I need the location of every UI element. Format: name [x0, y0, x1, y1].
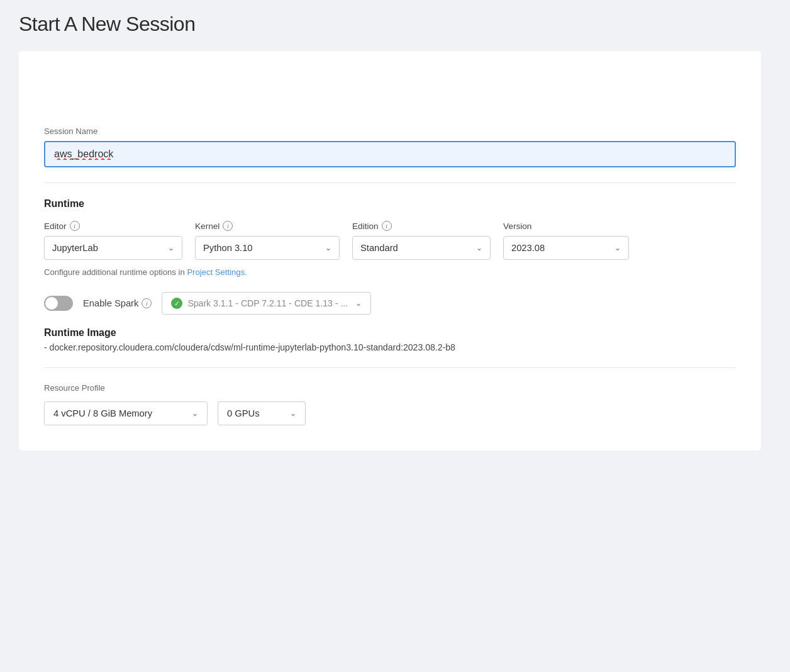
edition-select[interactable]: Standard ⌄	[352, 236, 491, 260]
kernel-column: Kernel i Python 3.10 ⌄	[195, 221, 340, 260]
edition-label-row: Edition i	[352, 221, 491, 231]
cpu-memory-chevron-icon: ⌄	[192, 409, 198, 418]
spark-chevron-icon: ⌄	[355, 299, 362, 308]
spark-check-icon: ✓	[171, 298, 182, 309]
spark-label: Enable Spark i	[83, 298, 152, 308]
project-settings-link[interactable]: Project Settings.	[187, 267, 247, 277]
edition-column: Edition i Standard ⌄	[352, 221, 491, 260]
runtime-section-title: Runtime	[44, 198, 736, 210]
enable-spark-toggle[interactable]	[44, 296, 73, 311]
session-name-label: Session Name	[44, 126, 736, 136]
editor-column: Editor i JupyterLab ⌄	[44, 221, 182, 260]
kernel-chevron-icon: ⌄	[325, 244, 331, 252]
top-spacer	[44, 76, 736, 126]
editor-select[interactable]: JupyterLab ⌄	[44, 236, 182, 260]
version-select-value: 2023.08	[511, 243, 545, 253]
editor-select-value: JupyterLab	[52, 243, 98, 253]
editor-label-row: Editor i	[44, 221, 182, 231]
divider-1	[44, 182, 736, 183]
editor-info-icon: i	[70, 221, 80, 231]
gpu-select[interactable]: 0 GPUs ⌄	[218, 401, 306, 425]
edition-label: Edition	[352, 221, 379, 231]
kernel-label-row: Kernel i	[195, 221, 340, 231]
editor-label: Editor	[44, 221, 67, 231]
gpu-value: 0 GPUs	[227, 408, 260, 418]
version-label: Version	[503, 221, 531, 231]
version-select[interactable]: 2023.08 ⌄	[503, 236, 629, 260]
runtime-image-title: Runtime Image	[44, 327, 736, 339]
spark-version-select[interactable]: ✓ Spark 3.1.1 - CDP 7.2.11 - CDE 1.13 - …	[162, 292, 371, 315]
kernel-label: Kernel	[195, 221, 220, 231]
runtime-image-value: - docker.repository.cloudera.com/clouder…	[44, 342, 736, 352]
edition-info-icon: i	[382, 221, 392, 231]
session-name-input[interactable]	[44, 141, 736, 167]
spark-label-text: Enable Spark	[83, 298, 138, 308]
spark-info-icon: i	[142, 298, 152, 308]
resource-row: 4 vCPU / 8 GiB Memory ⌄ 0 GPUs ⌄	[44, 401, 736, 425]
cpu-memory-value: 4 vCPU / 8 GiB Memory	[53, 408, 152, 418]
version-label-row: Version	[503, 221, 629, 231]
page-title: Start A New Session	[19, 13, 771, 36]
kernel-select[interactable]: Python 3.10 ⌄	[195, 236, 340, 260]
main-card: Session Name Runtime Editor i JupyterLab…	[19, 51, 761, 451]
edition-select-value: Standard	[360, 243, 398, 253]
runtime-settings-text: Configure additional runtime options in …	[44, 267, 736, 277]
resource-section-label: Resource Profile	[44, 383, 736, 393]
runtime-selects-row: Editor i JupyterLab ⌄ Kernel i Python 3.…	[44, 221, 736, 260]
edition-chevron-icon: ⌄	[476, 244, 482, 252]
spark-version-value: Spark 3.1.1 - CDP 7.2.11 - CDE 1.13 - ..…	[187, 298, 348, 308]
divider-2	[44, 367, 736, 368]
kernel-info-icon: i	[223, 221, 233, 231]
spark-row: Enable Spark i ✓ Spark 3.1.1 - CDP 7.2.1…	[44, 292, 736, 315]
version-chevron-icon: ⌄	[615, 244, 621, 252]
version-column: Version 2023.08 ⌄	[503, 221, 629, 260]
editor-chevron-icon: ⌄	[168, 244, 174, 252]
settings-text-prefix: Configure additional runtime options in	[44, 267, 187, 277]
gpu-chevron-icon: ⌄	[290, 409, 296, 418]
cpu-memory-select[interactable]: 4 vCPU / 8 GiB Memory ⌄	[44, 401, 208, 425]
kernel-select-value: Python 3.10	[203, 243, 253, 253]
